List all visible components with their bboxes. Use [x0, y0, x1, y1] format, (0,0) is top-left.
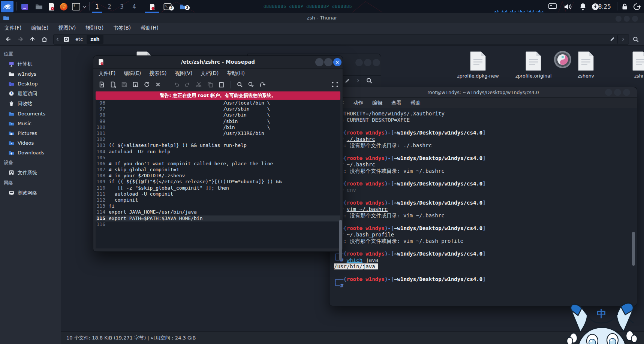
file-item-zprofile.original[interactable]: zprofile.original — [511, 51, 556, 79]
sidebar-item-文件系统[interactable]: 文件系统 — [0, 168, 61, 178]
open-document-button[interactable] — [108, 80, 118, 90]
undo-button[interactable] — [171, 80, 181, 90]
maximize-button[interactable] — [614, 89, 621, 96]
terminal-menu-查看[interactable]: 查看 — [391, 100, 401, 106]
home-button[interactable] — [39, 34, 49, 44]
copy-button[interactable] — [205, 80, 215, 90]
close-button[interactable] — [632, 16, 638, 22]
mousepad-menu-文[interactable]: 文档(D) — [201, 70, 219, 77]
workspace-1[interactable]: 1 — [91, 0, 103, 13]
edit-location-pencil-icon[interactable] — [344, 78, 350, 84]
sidebar-item-w1ndys[interactable]: w1ndys — [0, 69, 61, 79]
workspace-3[interactable]: 3 — [116, 0, 127, 13]
minimize-button[interactable] — [355, 59, 363, 66]
redo-button[interactable] — [182, 80, 193, 90]
sidebar-item-浏览网络[interactable]: 浏览网络 — [0, 188, 61, 198]
terminal-output[interactable]: XAUTHORITY=/home/w1ndys/.XauthorityXDG_C… — [334, 111, 631, 304]
thunar-menu-书[interactable]: 书签(B) — [113, 25, 131, 31]
search-replace-button[interactable] — [246, 80, 256, 90]
search-button[interactable] — [234, 80, 245, 90]
chevron-left-icon[interactable] — [54, 34, 61, 44]
minimize-button[interactable] — [605, 89, 612, 96]
forward-button[interactable] — [15, 34, 25, 44]
launcher-file-manager[interactable] — [33, 1, 45, 12]
cut-button[interactable] — [193, 80, 204, 90]
minimize-button[interactable] — [315, 58, 323, 66]
maximize-button[interactable] — [624, 16, 630, 22]
thunar-menu-转[interactable]: 转到(G) — [85, 25, 103, 31]
launcher-terminal[interactable]: $_ — [70, 1, 82, 12]
breadcrumb-zsh[interactable]: zsh — [87, 35, 103, 44]
editor-text-area[interactable]: 96 /usr/local/bin \97 /usr/sbin \98 /usr… — [96, 100, 340, 248]
taskbar-button-mousepad[interactable] — [145, 0, 159, 13]
mousepad-menu-搜[interactable]: 搜索(S) — [149, 70, 166, 77]
breadcrumb-etc[interactable]: etc — [72, 35, 87, 44]
terminal-menu-动作[interactable]: 动作 — [353, 100, 363, 106]
mousepad-titlebar[interactable]: /etc/zsh/zshrc - Mousepad ✕ — [93, 56, 343, 69]
sidebar-item-Videos[interactable]: Videos — [0, 138, 61, 148]
sidebar-item-Pictures[interactable]: Pictures — [0, 128, 61, 138]
terminal-dropdown-chevron-icon[interactable] — [81, 1, 88, 12]
thunar-menu-帮[interactable]: 帮助(H) — [141, 25, 159, 31]
taskbar-button-terminal[interactable]: $_2 — [160, 0, 175, 13]
thunar-menu-文[interactable]: 文件(F) — [4, 25, 21, 31]
logout-icon[interactable] — [631, 1, 643, 12]
thunar-titlebar[interactable]: zsh - Thunar — [0, 13, 644, 23]
terminal-scrollbar[interactable] — [632, 232, 635, 266]
close-button[interactable] — [623, 89, 630, 96]
thunar-menu-视[interactable]: 视图(V) — [58, 25, 76, 31]
path-bar[interactable]: etczsh — [53, 34, 629, 45]
minimize-button[interactable] — [616, 16, 622, 22]
mousepad-menu-视[interactable]: 视图(V) — [175, 70, 193, 77]
notification-bell-icon[interactable] — [577, 1, 589, 12]
mousepad-menu-编[interactable]: 编辑(E) — [124, 70, 141, 77]
close-button[interactable]: ✕ — [333, 58, 341, 66]
launcher-window-manager[interactable] — [19, 1, 31, 12]
lock-icon[interactable] — [619, 1, 630, 12]
terminal-menu-帮助[interactable]: 帮助 — [410, 100, 421, 106]
editor-scrollbar[interactable] — [339, 220, 342, 260]
kali-menu-button[interactable] — [1, 1, 13, 12]
terminal-titlebar[interactable]: root@w1ndys: ~w1ndys/Desktop/w1ndys/cs4.… — [329, 87, 637, 98]
reload-button[interactable] — [141, 80, 152, 90]
maximize-button[interactable] — [364, 59, 371, 66]
goto-button[interactable] — [257, 80, 267, 90]
search-icon[interactable] — [366, 77, 373, 84]
sidebar-item-Documents[interactable]: Documents — [0, 109, 61, 118]
back-button[interactable] — [3, 34, 13, 44]
mousepad-menu-文[interactable]: 文件(F) — [99, 70, 115, 77]
sidebar-item-Downloads[interactable]: Downloads — [0, 148, 61, 157]
paste-button[interactable] — [216, 80, 226, 90]
sidebar-item-计算机[interactable]: 计算机 — [0, 59, 61, 69]
file-item-zprofile.dpkg-new[interactable]: zprofile.dpkg-new — [455, 51, 500, 79]
display-icon[interactable] — [547, 1, 559, 12]
close-document-button[interactable] — [153, 80, 163, 90]
fullscreen-icon[interactable] — [332, 81, 338, 88]
chevron-right-icon[interactable] — [617, 34, 628, 44]
chevron-right-icon[interactable] — [356, 78, 360, 83]
launcher-mousepad[interactable] — [46, 1, 57, 12]
launcher-firefox[interactable] — [58, 1, 70, 12]
save-as-button[interactable] — [130, 80, 141, 90]
clock[interactable]: 8:25 — [598, 0, 611, 13]
edit-location-pencil-icon[interactable] — [607, 34, 617, 44]
maximize-button[interactable] — [324, 58, 332, 66]
sidebar-item-Desktop[interactable]: Desktop — [0, 79, 61, 88]
sidebar-item-回收站[interactable]: 回收站 — [0, 99, 61, 109]
close-button[interactable] — [373, 59, 380, 66]
search-icon[interactable] — [631, 34, 641, 44]
terminal-menu-编辑[interactable]: 编辑 — [372, 100, 382, 106]
save-button[interactable] — [119, 80, 129, 90]
root-drive-icon[interactable] — [61, 34, 72, 44]
mousepad-menu-帮[interactable]: 帮助(H) — [227, 70, 245, 77]
sidebar-item-Music[interactable]: ♪Music — [0, 118, 61, 128]
workspace-2[interactable]: 2 — [104, 0, 115, 13]
new-document-button[interactable] — [96, 80, 107, 90]
file-item-zshrc[interactable]: zshrc — [618, 51, 644, 79]
taskbar-button-folder[interactable]: 3 — [176, 0, 190, 13]
up-button[interactable] — [27, 34, 37, 44]
sidebar-item-最近访问[interactable]: 最近访问 — [0, 88, 61, 99]
volume-icon[interactable] — [562, 1, 574, 12]
workspace-4[interactable]: 4 — [129, 0, 140, 13]
thunar-menu-编[interactable]: 编辑(E) — [31, 25, 48, 31]
